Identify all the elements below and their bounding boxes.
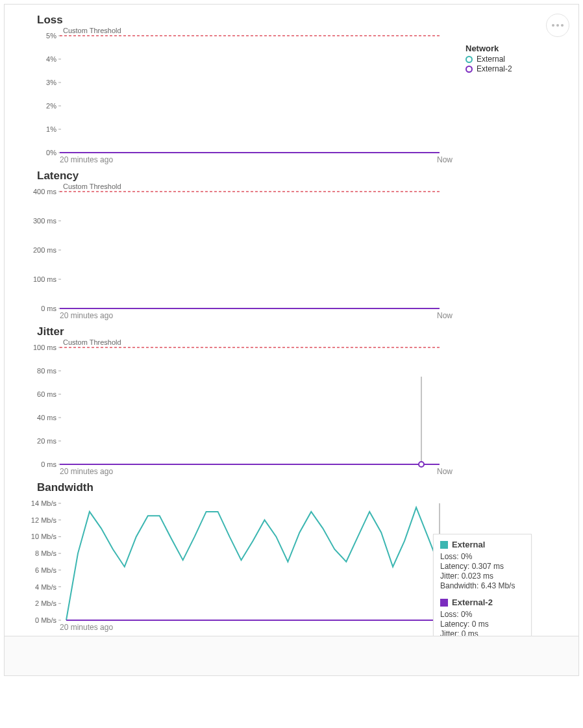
hover-point-external-2 — [419, 462, 424, 467]
uplink-health-panel: Network External External-2 Loss 5%4%3%2… — [4, 4, 579, 676]
x-end-label: Now — [437, 155, 453, 164]
series-external — [66, 507, 440, 620]
svg-text:40 ms: 40 ms — [37, 414, 56, 421]
chart-plot-latency[interactable]: 400 ms300 ms200 ms100 ms0 ms Custom Thre… — [37, 185, 453, 308]
svg-text:12 Mb/s: 12 Mb/s — [31, 516, 57, 524]
legend-item-external[interactable]: External — [465, 55, 512, 64]
legend-item-external-2[interactable]: External-2 — [465, 64, 512, 73]
tooltip-series-name: External — [452, 540, 485, 549]
svg-text:14 Mb/s: 14 Mb/s — [31, 499, 57, 507]
svg-text:200 ms: 200 ms — [33, 246, 57, 254]
chart-title: Bandwidth — [37, 481, 453, 494]
network-legend: Network External External-2 — [465, 44, 512, 74]
legend-label: External-2 — [477, 64, 512, 73]
svg-text:80 ms: 80 ms — [37, 367, 56, 375]
tooltip-row: Latency: 0 ms — [440, 620, 525, 629]
tooltip-row: Loss: 0% — [440, 552, 525, 561]
tooltip-row: Bandwidth: 6.43 Mb/s — [440, 581, 525, 590]
svg-text:300 ms: 300 ms — [33, 217, 57, 225]
panel-footer — [5, 636, 578, 675]
more-menu-button[interactable] — [546, 14, 569, 37]
chart-plot-jitter[interactable]: 100 ms80 ms60 ms40 ms20 ms0 ms Custom Th… — [37, 341, 453, 464]
chart-title: Jitter — [37, 325, 453, 338]
threshold-label: Custom Threshold — [63, 338, 121, 346]
svg-text:8 Mb/s: 8 Mb/s — [35, 549, 57, 557]
svg-text:5%: 5% — [46, 32, 56, 40]
svg-text:20 ms: 20 ms — [37, 437, 56, 445]
tooltip-row: Latency: 0.307 ms — [440, 562, 525, 571]
svg-text:100 ms: 100 ms — [33, 275, 57, 283]
tooltip-row: Loss: 0% — [440, 610, 525, 619]
svg-text:0%: 0% — [46, 149, 56, 157]
svg-text:400 ms: 400 ms — [33, 188, 57, 195]
threshold-label: Custom Threshold — [63, 27, 121, 34]
svg-text:100 ms: 100 ms — [33, 344, 57, 351]
svg-text:2%: 2% — [46, 102, 56, 110]
svg-text:2 Mb/s: 2 Mb/s — [35, 599, 57, 607]
chart-bandwidth: Bandwidth 14 Mb/s12 Mb/s10 Mb/s8 Mb/s6 M… — [37, 481, 453, 632]
chart-plot-bandwidth[interactable]: 14 Mb/s12 Mb/s10 Mb/s8 Mb/s6 Mb/s4 Mb/s2… — [37, 497, 453, 620]
svg-text:0 Mb/s: 0 Mb/s — [35, 616, 57, 624]
svg-text:0 ms: 0 ms — [41, 305, 56, 312]
legend-label: External — [477, 55, 505, 64]
x-end-label: Now — [437, 311, 453, 320]
svg-text:0 ms: 0 ms — [41, 460, 56, 468]
chart-plot-loss[interactable]: 5%4%3%2%1%0% Custom Threshold — [37, 29, 453, 153]
chart-loss: Loss 5%4%3%2%1%0% Custom Threshold 20 mi… — [37, 14, 453, 164]
svg-text:6 Mb/s: 6 Mb/s — [35, 566, 57, 574]
svg-text:10 Mb/s: 10 Mb/s — [31, 533, 57, 540]
svg-text:1%: 1% — [46, 125, 56, 133]
tooltip-row: Jitter: 0.023 ms — [440, 571, 525, 581]
svg-text:4%: 4% — [46, 55, 56, 63]
svg-text:60 ms: 60 ms — [37, 390, 56, 398]
x-end-label: Now — [437, 467, 453, 476]
chart-latency: Latency 400 ms300 ms200 ms100 ms0 ms Cus… — [37, 169, 453, 320]
chart-jitter: Jitter 100 ms80 ms60 ms40 ms20 ms0 ms Cu… — [37, 325, 453, 476]
svg-text:3%: 3% — [46, 79, 56, 86]
chart-title: Latency — [37, 169, 453, 182]
x-start-label: 20 minutes ago — [60, 155, 113, 164]
threshold-label: Custom Threshold — [63, 182, 121, 190]
legend-title: Network — [465, 44, 512, 53]
tooltip-series-name: External-2 — [452, 597, 493, 607]
x-start-label: 20 minutes ago — [60, 311, 113, 320]
x-start-label: 20 minutes ago — [60, 467, 113, 476]
svg-text:4 Mb/s: 4 Mb/s — [35, 583, 57, 591]
x-start-label: 20 minutes ago — [60, 623, 113, 632]
chart-title: Loss — [37, 14, 453, 27]
